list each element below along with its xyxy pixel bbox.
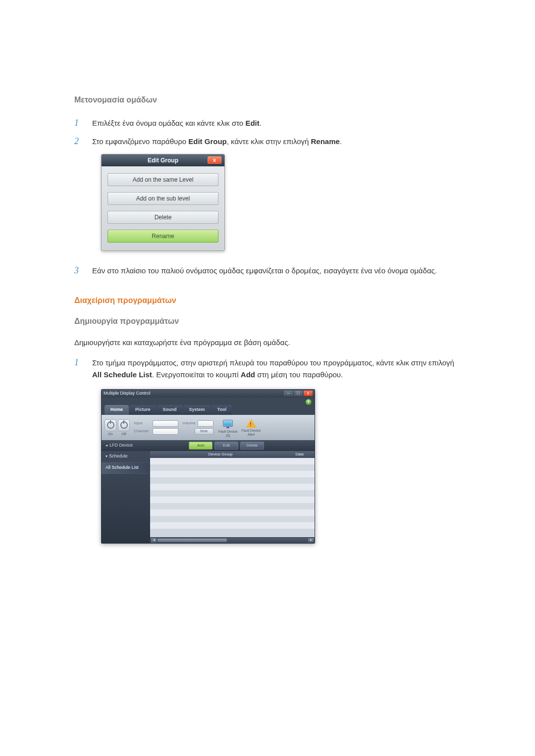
grid-rows bbox=[150, 458, 315, 537]
volume-mute-group: Volume Mute bbox=[182, 420, 214, 435]
edit-group-dialog: Edit Group x Add on the same Level Add o… bbox=[101, 154, 225, 251]
step-number: 1 bbox=[74, 356, 79, 370]
col-date: Date bbox=[288, 452, 312, 457]
step-number: 1 bbox=[74, 116, 79, 130]
step-number: 3 bbox=[74, 264, 79, 278]
action-strip: ◂ LFD Device Add Edit Delete bbox=[102, 440, 315, 451]
chevron-down-icon: ▾ bbox=[106, 454, 107, 458]
step-3: 3 Εάν στο πλαίσιο του παλιού ονόματος ομ… bbox=[74, 263, 461, 278]
ribbon-toolbar: On Off Input Channel bbox=[102, 415, 315, 440]
step-text: Στο εμφανιζόμενο παράθυρο Edit Group, κά… bbox=[92, 137, 342, 146]
step-2: 2 Στο εμφανιζόμενο παράθυρο Edit Group, … bbox=[74, 134, 461, 260]
close-icon[interactable]: x bbox=[304, 391, 313, 396]
power-off-button[interactable]: Off bbox=[118, 419, 130, 436]
sidebar-item-all-schedule-list[interactable]: All Schedule List bbox=[102, 462, 150, 474]
rename-button[interactable]: Rename bbox=[107, 230, 218, 243]
maximize-icon[interactable]: □ bbox=[294, 391, 303, 396]
step-text: Επιλέξτε ένα όνομα ομάδας και κάντε κλικ… bbox=[92, 119, 262, 127]
collapse-icon[interactable]: ◂ bbox=[106, 443, 107, 449]
tab-picture[interactable]: Picture bbox=[129, 405, 157, 415]
intro-paragraph: Δημιουργήστε και καταχωρήστε ένα πρόγραμ… bbox=[74, 337, 461, 348]
main-panel: Device Group Date bbox=[150, 451, 315, 543]
steps-rename: 1 Επιλέξτε ένα όνομα ομάδας και κάντε κλ… bbox=[74, 115, 461, 279]
heading-schedule-management: Διαχείριση προγραμμάτων bbox=[74, 295, 461, 307]
document-page: Μετονομασία ομάδων 1 Επιλέξτε ένα όνομα … bbox=[74, 0, 461, 613]
scroll-left-icon[interactable]: ◂ bbox=[151, 538, 157, 543]
tab-tool[interactable]: Tool bbox=[212, 405, 232, 415]
tab-sound[interactable]: Sound bbox=[157, 405, 183, 415]
horizontal-scrollbar[interactable]: ◂ ▸ bbox=[150, 537, 315, 543]
step-1: 1 Επιλέξτε ένα όνομα ομάδας και κάντε κλ… bbox=[74, 115, 461, 131]
sidebar: ▾Schedule All Schedule List bbox=[102, 451, 150, 543]
tab-home[interactable]: Home bbox=[105, 405, 129, 415]
channel-select[interactable] bbox=[153, 428, 178, 435]
table-row bbox=[150, 484, 315, 490]
table-row bbox=[150, 509, 315, 516]
col-device-group: Device Group bbox=[153, 452, 288, 457]
edit-group-body: Add on the same Level Add on the sub lev… bbox=[102, 166, 224, 251]
help-icon[interactable]: ? bbox=[306, 399, 312, 405]
table-row bbox=[150, 522, 315, 529]
table-row bbox=[150, 458, 315, 464]
window-body: ▾Schedule All Schedule List Device Group… bbox=[102, 451, 315, 543]
table-row bbox=[150, 497, 315, 503]
table-row bbox=[150, 471, 315, 477]
add-sub-level-button[interactable]: Add on the sub level bbox=[107, 192, 218, 205]
input-select[interactable] bbox=[153, 420, 178, 427]
edit-button[interactable]: Edit bbox=[214, 442, 238, 450]
grid-header: Device Group Date bbox=[150, 451, 315, 458]
step-text: Στο τμήμα προγράμματος, στην αριστερή πλ… bbox=[92, 358, 454, 378]
table-row bbox=[150, 503, 315, 509]
edit-group-titlebar: Edit Group x bbox=[102, 154, 224, 166]
volume-label: Volume bbox=[182, 420, 196, 426]
mute-button[interactable]: Mute bbox=[195, 428, 214, 435]
window-title: Multiple Display Control bbox=[104, 390, 151, 397]
input-label: Input bbox=[134, 420, 151, 426]
fault-device-button[interactable]: Fault Device(0) bbox=[218, 418, 238, 437]
power-on-button[interactable]: On bbox=[105, 419, 116, 436]
channel-label: Channel bbox=[134, 428, 151, 434]
warning-icon bbox=[246, 419, 257, 428]
step-number: 2 bbox=[74, 135, 79, 149]
mdc-window: Multiple Display Control – □ x ? Home Pi… bbox=[101, 389, 315, 544]
table-row bbox=[150, 516, 315, 522]
fault-alert-button[interactable]: Fault DeviceAlert bbox=[242, 419, 261, 436]
scroll-right-icon[interactable]: ▸ bbox=[308, 538, 314, 543]
steps-schedule: 1 Στο τμήμα προγράμματος, στην αριστερή … bbox=[74, 355, 461, 546]
lfd-device-label: LFD Device bbox=[109, 442, 133, 449]
table-row bbox=[150, 490, 315, 497]
input-channel-group: Input Channel bbox=[134, 420, 178, 435]
step-text: Εάν στο πλαίσιο του παλιού ονόματος ομάδ… bbox=[92, 266, 437, 275]
ribbon-tabs: Home Picture Sound System Tool bbox=[102, 405, 315, 415]
delete-button[interactable]: Delete bbox=[107, 211, 218, 224]
table-row bbox=[150, 477, 315, 484]
delete-button[interactable]: Delete bbox=[240, 442, 264, 450]
heading-rename-groups: Μετονομασία ομάδων bbox=[74, 94, 461, 106]
sidebar-item-schedule[interactable]: ▾Schedule bbox=[102, 451, 150, 462]
table-row bbox=[150, 464, 315, 471]
add-same-level-button[interactable]: Add on the same Level bbox=[107, 173, 218, 186]
volume-field[interactable] bbox=[198, 420, 214, 427]
close-icon[interactable]: x bbox=[208, 156, 221, 164]
minimize-icon[interactable]: – bbox=[284, 391, 293, 396]
add-button[interactable]: Add bbox=[189, 442, 213, 450]
heading-create-schedules: Δημιουργία προγραμμάτων bbox=[74, 315, 461, 328]
window-titlebar: Multiple Display Control – □ x bbox=[102, 390, 315, 398]
tab-system[interactable]: System bbox=[183, 405, 211, 415]
window-controls: – □ x bbox=[284, 391, 313, 396]
edit-group-title: Edit Group bbox=[148, 157, 178, 164]
scroll-thumb[interactable] bbox=[158, 539, 227, 542]
ribbon-header: ? bbox=[102, 398, 315, 405]
step-1: 1 Στο τμήμα προγράμματος, στην αριστερή … bbox=[74, 355, 461, 546]
